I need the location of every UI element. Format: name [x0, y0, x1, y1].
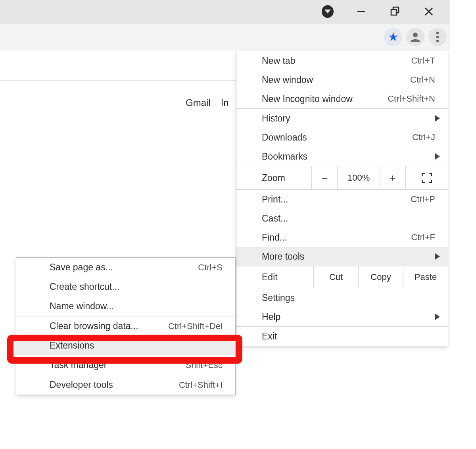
- chrome-main-menu: New tab Ctrl+T New window Ctrl+N New Inc…: [236, 51, 448, 346]
- svg-point-8: [436, 36, 439, 38]
- link-images-truncated[interactable]: In: [221, 97, 229, 108]
- svg-marker-11: [435, 153, 440, 160]
- menu-item-new-window[interactable]: New window Ctrl+N: [236, 70, 448, 89]
- menu-item-incognito[interactable]: New Incognito window Ctrl+Shift+N: [236, 89, 448, 108]
- edit-paste-button[interactable]: Paste: [403, 266, 448, 288]
- menu-item-new-tab[interactable]: New tab Ctrl+T: [236, 51, 448, 70]
- submenu-item-create-shortcut[interactable]: Create shortcut...: [16, 277, 235, 297]
- window-titlebar: [0, 0, 450, 23]
- svg-point-6: [413, 33, 418, 37]
- menu-shortcut: Ctrl+Shift+N: [388, 94, 435, 104]
- menu-shortcut: Ctrl+P: [411, 194, 435, 204]
- menu-item-help[interactable]: Help: [236, 307, 448, 326]
- profile-avatar-button[interactable]: [406, 28, 424, 46]
- submenu-item-extensions[interactable]: Extensions: [16, 336, 235, 355]
- star-icon: ★: [388, 31, 399, 43]
- svg-marker-13: [435, 314, 440, 320]
- menu-label: Extensions: [50, 340, 223, 351]
- close-button[interactable]: [423, 6, 435, 17]
- edit-cut-button[interactable]: Cut: [313, 266, 358, 288]
- page-separator: [0, 80, 236, 81]
- downloads-indicator-icon[interactable]: [322, 6, 334, 17]
- menu-label: Find...: [262, 232, 411, 243]
- menu-shortcut: Ctrl+T: [411, 56, 436, 66]
- menu-label: More tools: [262, 251, 435, 262]
- link-gmail[interactable]: Gmail: [186, 97, 211, 108]
- svg-marker-12: [435, 253, 440, 260]
- menu-shortcut: Ctrl+F: [411, 232, 436, 243]
- submenu-item-name-window[interactable]: Name window...: [16, 297, 235, 316]
- menu-shortcut: Ctrl+J: [412, 132, 435, 143]
- menu-label: Settings: [262, 293, 435, 303]
- svg-rect-1: [357, 11, 365, 12]
- menu-label: Create shortcut...: [50, 281, 223, 292]
- chevron-right-icon: [435, 253, 440, 260]
- menu-item-history[interactable]: History: [236, 109, 448, 128]
- chevron-right-icon: [435, 314, 440, 320]
- menu-item-downloads[interactable]: Downloads Ctrl+J: [236, 128, 448, 147]
- menu-label: Save page as...: [50, 262, 198, 273]
- zoom-out-button[interactable]: –: [311, 166, 337, 189]
- maximize-button[interactable]: [389, 6, 401, 17]
- zoom-value: 100%: [337, 166, 380, 189]
- menu-label: Print...: [262, 194, 411, 205]
- menu-label: Bookmarks: [262, 151, 435, 162]
- menu-shortcut: Ctrl+S: [198, 262, 223, 273]
- menu-item-zoom: Zoom – 100% +: [236, 166, 448, 190]
- person-icon: [410, 31, 421, 42]
- chevron-right-icon: [435, 153, 440, 160]
- menu-label: New tab: [262, 56, 411, 66]
- page-quick-links: Gmail In: [186, 97, 229, 108]
- menu-item-more-tools[interactable]: More tools: [236, 247, 448, 266]
- svg-point-9: [436, 40, 439, 42]
- menu-label: Task manager: [50, 360, 185, 370]
- kebab-menu-button[interactable]: [428, 28, 447, 46]
- menu-item-cast[interactable]: Cast...: [236, 209, 448, 228]
- menu-shortcut: Shift+Esc: [185, 360, 223, 370]
- submenu-item-save-page[interactable]: Save page as... Ctrl+S: [16, 258, 235, 277]
- menu-label: Cast...: [262, 213, 435, 224]
- menu-shortcut: Ctrl+Shift+Del: [168, 321, 223, 331]
- menu-item-print[interactable]: Print... Ctrl+P: [236, 190, 448, 209]
- minimize-button[interactable]: [355, 6, 367, 17]
- menu-label: Help: [262, 312, 435, 322]
- submenu-item-clear-browsing-data[interactable]: Clear browsing data... Ctrl+Shift+Del: [16, 316, 235, 336]
- menu-shortcut: Ctrl+N: [410, 75, 435, 85]
- more-tools-submenu: Save page as... Ctrl+S Create shortcut..…: [16, 257, 236, 395]
- menu-label: New Incognito window: [262, 94, 388, 104]
- fullscreen-button[interactable]: [405, 166, 448, 189]
- menu-label: Edit: [236, 272, 313, 283]
- menu-label: Downloads: [262, 132, 412, 143]
- menu-item-settings[interactable]: Settings: [236, 288, 448, 307]
- submenu-item-task-manager[interactable]: Task manager Shift+Esc: [16, 355, 235, 375]
- submenu-item-developer-tools[interactable]: Developer tools Ctrl+Shift+I: [16, 375, 235, 395]
- browser-toolbar: ★: [0, 23, 450, 50]
- menu-label: History: [262, 113, 435, 124]
- menu-label: New window: [262, 75, 410, 85]
- menu-label: Exit: [262, 331, 435, 342]
- chevron-right-icon: [435, 115, 440, 121]
- menu-item-exit[interactable]: Exit: [236, 327, 448, 346]
- fullscreen-icon: [422, 173, 432, 183]
- kebab-icon: [436, 31, 439, 42]
- menu-label: Zoom: [236, 173, 311, 183]
- menu-label: Developer tools: [50, 380, 179, 390]
- edit-copy-button[interactable]: Copy: [358, 266, 403, 288]
- menu-label: Clear browsing data...: [50, 321, 168, 331]
- bookmark-star-button[interactable]: ★: [384, 28, 402, 46]
- menu-item-edit-row: Edit Cut Copy Paste: [236, 266, 448, 288]
- svg-marker-10: [435, 115, 440, 121]
- menu-item-bookmarks[interactable]: Bookmarks: [236, 147, 448, 166]
- svg-rect-3: [391, 10, 397, 15]
- svg-marker-0: [324, 10, 331, 13]
- menu-item-find[interactable]: Find... Ctrl+F: [236, 228, 448, 247]
- menu-label: Name window...: [50, 301, 223, 312]
- svg-point-7: [436, 32, 439, 34]
- zoom-in-button[interactable]: +: [380, 166, 405, 189]
- menu-shortcut: Ctrl+Shift+I: [179, 380, 223, 390]
